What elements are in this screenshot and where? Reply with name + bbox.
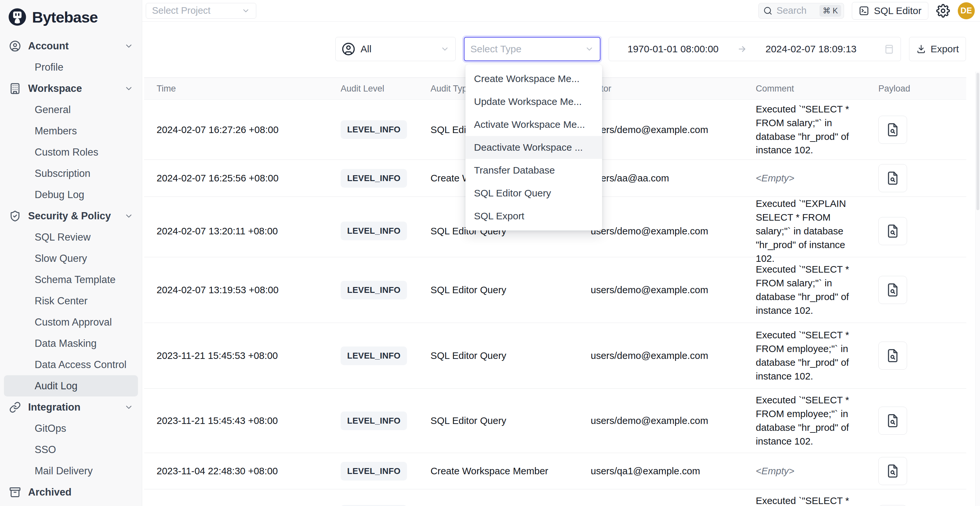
sidebar-item-debug-log[interactable]: Debug Log	[4, 184, 138, 205]
sidebar-item-label: Schema Template	[35, 274, 116, 286]
scrollbar[interactable]	[975, 72, 980, 506]
filter-bar: All Select Type 1970-01-01 08:00:00 2024…	[336, 36, 966, 62]
sidebar-section-integration[interactable]: Integration	[4, 396, 138, 418]
table-row: 2023-11-21 15:45:43 +08:00 LEVEL_INFO SQ…	[144, 389, 966, 453]
cell-payload	[866, 489, 966, 506]
sidebar-item-general[interactable]: General	[4, 99, 138, 120]
sidebar-item-slow-query[interactable]: Slow Query	[4, 248, 138, 269]
cell-audit-type: SQL Editor Query	[418, 489, 578, 506]
project-select-placeholder: Select Project	[152, 5, 210, 16]
shield-check-icon	[9, 210, 21, 222]
sidebar-item-custom-approval[interactable]: Custom Approval	[4, 312, 138, 333]
menu-item-sql-export[interactable]: SQL Export	[466, 205, 602, 228]
cell-audit-type: SQL Editor Query	[418, 415, 578, 426]
gear-icon[interactable]	[936, 4, 950, 18]
topbar: Select Project Search ⌘ K SQL Editor DE	[142, 0, 980, 22]
view-payload-button[interactable]	[878, 457, 907, 485]
level-badge: LEVEL_INFO	[340, 281, 407, 299]
sidebar-section-account[interactable]: Account	[4, 35, 138, 57]
empty-comment: <Empty>	[756, 173, 794, 183]
sidebar-item-label: Data Access Control	[35, 359, 127, 371]
sidebar-item-data-masking[interactable]: Data Masking	[4, 333, 138, 354]
view-payload-button[interactable]	[878, 116, 907, 144]
scrollbar-thumb[interactable]	[977, 73, 979, 210]
sidebar-item-schema-template[interactable]: Schema Template	[4, 269, 138, 290]
bytebase-logo[interactable]: Bytebase	[0, 0, 142, 34]
project-select[interactable]: Select Project	[146, 3, 256, 19]
download-icon	[916, 44, 926, 54]
cell-time: 2024-02-07 13:19:53 +08:00	[144, 284, 328, 296]
search-input[interactable]: Search ⌘ K	[758, 3, 844, 19]
sidebar-item-label: GitOps	[35, 423, 66, 434]
sidebar-item-gitops[interactable]: GitOps	[4, 418, 138, 439]
column-header-time: Time	[144, 84, 328, 94]
view-payload-button[interactable]	[878, 342, 907, 370]
sidebar-item-data-access-control[interactable]: Data Access Control	[4, 354, 138, 375]
section-label: Security & Policy	[28, 210, 111, 222]
audit-type-select[interactable]: Select Type	[464, 37, 600, 61]
cell-comment: <Empty>	[743, 171, 866, 185]
cell-audit-level: LEVEL_INFO	[328, 462, 418, 481]
view-payload-button[interactable]	[878, 276, 907, 304]
terminal-icon	[859, 6, 869, 16]
level-badge: LEVEL_INFO	[340, 222, 407, 240]
cell-actor: users/demo@example.com	[578, 124, 743, 135]
sidebar-item-subscription[interactable]: Subscription	[4, 163, 138, 184]
chevron-down-icon	[124, 403, 134, 412]
avatar[interactable]: DE	[958, 2, 975, 19]
cell-audit-level: LEVEL_INFO	[328, 489, 418, 506]
view-payload-button[interactable]	[878, 407, 907, 435]
sidebar-item-mail-delivery[interactable]: Mail Delivery	[4, 460, 138, 482]
sidebar-item-label: Custom Roles	[35, 146, 99, 158]
cell-payload	[866, 457, 966, 485]
audit-type-dropdown-menu: Create Workspace Me... Update Workspace …	[466, 64, 602, 231]
calendar-icon	[884, 43, 895, 54]
menu-item-transfer-database[interactable]: Transfer Database	[466, 159, 602, 182]
sidebar-item-label: Mail Delivery	[35, 465, 92, 477]
menu-item-activate-workspace-member[interactable]: Activate Workspace Me...	[466, 113, 602, 136]
menu-item-create-workspace-member[interactable]: Create Workspace Me...	[466, 67, 602, 90]
cell-audit-level: LEVEL_INFO	[328, 281, 418, 299]
file-search-icon	[886, 171, 900, 185]
menu-item-sql-editor-query[interactable]: SQL Editor Query	[466, 182, 602, 205]
view-payload-button[interactable]	[878, 217, 907, 245]
cell-comment: Executed `"SELECT * FROM employee;"` in …	[743, 393, 866, 448]
date-from-value[interactable]: 1970-01-01 08:00:00	[609, 43, 737, 54]
sidebar-item-label: Custom Approval	[35, 317, 112, 328]
cell-comment: Executed `"EXPLAIN SELECT * FROM salary;…	[743, 197, 866, 265]
menu-item-deactivate-workspace-member[interactable]: Deactivate Workspace ...	[466, 136, 602, 159]
cell-comment: Executed `"SELECT * FROM employee;"` in …	[743, 328, 866, 383]
sidebar-section-archived[interactable]: Archived	[4, 482, 138, 503]
section-label: Account	[28, 40, 68, 52]
actor-filter-select[interactable]: All	[336, 37, 456, 61]
sidebar-item-profile[interactable]: Profile	[4, 57, 138, 78]
user-circle-icon	[342, 42, 355, 56]
arrow-right-icon	[737, 44, 747, 54]
cell-payload	[866, 116, 966, 144]
date-range-picker[interactable]: 1970-01-01 08:00:00 2024-02-07 18:09:13	[609, 37, 901, 61]
sidebar-item-custom-roles[interactable]: Custom Roles	[4, 142, 138, 163]
sidebar-section-security-policy[interactable]: Security & Policy	[4, 205, 138, 226]
chevron-down-icon	[124, 84, 134, 93]
file-search-icon	[886, 283, 900, 297]
file-search-icon	[886, 464, 900, 478]
sidebar-item-sso[interactable]: SSO	[4, 439, 138, 460]
archive-icon	[9, 486, 21, 498]
cell-audit-level: LEVEL_INFO	[328, 120, 418, 139]
sidebar-section-workspace[interactable]: Workspace	[4, 78, 138, 99]
sidebar-item-risk-center[interactable]: Risk Center	[4, 290, 138, 312]
sql-editor-button[interactable]: SQL Editor	[852, 2, 928, 20]
section-label: Workspace	[28, 83, 82, 94]
sidebar-item-sql-review[interactable]: SQL Review	[4, 226, 138, 248]
export-button[interactable]: Export	[909, 37, 966, 61]
cell-actor: users/demo@example.com	[578, 284, 743, 296]
sidebar-item-members[interactable]: Members	[4, 120, 138, 142]
chevron-down-icon	[242, 6, 250, 15]
menu-item-update-workspace-member[interactable]: Update Workspace Me...	[466, 90, 602, 113]
cell-audit-type: SQL Editor Query	[418, 350, 578, 361]
sidebar-item-audit-log[interactable]: Audit Log	[4, 375, 138, 396]
cell-time: 2024-02-07 16:27:26 +08:00	[144, 124, 328, 135]
view-payload-button[interactable]	[878, 164, 907, 192]
cell-comment: Executed `"SELECT * FROM salary;"` in da…	[743, 102, 866, 157]
date-to-value[interactable]: 2024-02-07 18:09:13	[747, 43, 875, 54]
